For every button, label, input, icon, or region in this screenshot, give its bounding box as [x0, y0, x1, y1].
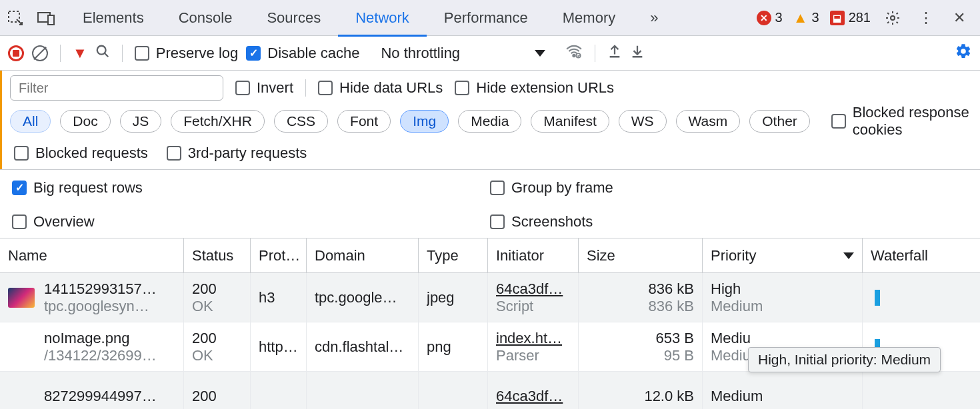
filter-fetch-xhr[interactable]: Fetch/XHR [171, 110, 265, 133]
col-priority[interactable]: Priority [703, 238, 863, 272]
group-by-frame-checkbox[interactable]: Group by frame [490, 179, 613, 197]
tab-sources[interactable]: Sources [249, 0, 338, 36]
table-header: Name Status Prot… Domain Type Initiator … [0, 238, 980, 273]
cell-name: 141152993157…tpc.googlesyn… [0, 273, 184, 322]
col-name[interactable]: Name [0, 238, 184, 272]
cell-type: jpeg [419, 273, 488, 322]
big-rows-checkbox[interactable]: Big request rows [12, 179, 143, 197]
cell-priority: Medium [703, 372, 863, 409]
cell-initiator: 64ca3df… [488, 372, 579, 409]
separator [595, 45, 595, 62]
cell-domain [307, 372, 419, 409]
filter-css[interactable]: CSS [274, 110, 328, 133]
import-har-icon[interactable] [630, 43, 645, 63]
table-row[interactable]: 141152993157…tpc.googlesyn… 200OK h3 tpc… [0, 273, 980, 322]
overview-checkbox[interactable]: Overview [12, 213, 95, 230]
col-waterfall[interactable]: Waterfall [863, 238, 980, 272]
col-size[interactable]: Size [579, 238, 703, 272]
issues-badge[interactable]: ⬓281 [826, 10, 875, 25]
tab-performance[interactable]: Performance [427, 0, 545, 36]
panel-tabs: Elements Console Sources Network Perform… [65, 0, 676, 36]
filter-options-row: Blocked requests 3rd-party requests [0, 137, 980, 169]
invert-checkbox[interactable]: Invert [235, 79, 293, 97]
tab-network[interactable]: Network [338, 0, 427, 36]
filter-js[interactable]: JS [120, 110, 162, 133]
filter-media[interactable]: Media [458, 110, 521, 133]
network-toolbar: ▼ Preserve log Disable cache No throttli… [0, 36, 980, 71]
col-protocol[interactable]: Prot… [251, 238, 307, 272]
tab-memory[interactable]: Memory [545, 0, 633, 36]
blocked-requests-checkbox[interactable]: Blocked requests [14, 145, 148, 162]
cell-status: 200OK [184, 273, 251, 322]
cell-name: 827299944997… [0, 372, 184, 409]
network-conditions-icon[interactable] [565, 43, 583, 64]
col-domain[interactable]: Domain [307, 238, 419, 272]
filter-all[interactable]: All [10, 110, 51, 133]
sort-desc-icon [843, 252, 854, 259]
throttling-select[interactable]: No throttling [367, 45, 473, 62]
cell-protocol [251, 372, 307, 409]
error-badge[interactable]: ✕3 [753, 10, 787, 25]
screenshots-checkbox[interactable]: Screenshots [490, 213, 593, 230]
filter-manifest[interactable]: Manifest [531, 110, 609, 133]
svg-point-5 [573, 54, 575, 56]
separator [305, 79, 306, 97]
warning-badge[interactable]: ▲3 [789, 9, 823, 27]
blocked-cookies-checkbox[interactable]: Blocked response cookies [831, 104, 972, 139]
cell-type: png [419, 322, 488, 371]
filter-doc[interactable]: Doc [60, 110, 110, 133]
tab-console[interactable]: Console [161, 0, 250, 36]
waterfall-bar [875, 290, 880, 306]
cell-size: 12.0 kB [579, 372, 703, 409]
filter-ws[interactable]: WS [619, 110, 667, 133]
clear-icon[interactable] [32, 45, 48, 61]
preserve-log-checkbox[interactable]: Preserve log [135, 45, 239, 62]
cell-protocol: h3 [251, 273, 307, 322]
devtools-tab-bar: Elements Console Sources Network Perform… [0, 0, 980, 36]
table-row[interactable]: 827299944997… 200 64ca3df… 12.0 kB Mediu… [0, 372, 980, 409]
view-options-2: Overview Screenshots [0, 205, 980, 238]
panel-settings-gear-icon[interactable] [955, 43, 972, 64]
svg-rect-2 [48, 15, 54, 25]
cell-status: 200OK [184, 322, 251, 371]
cell-status: 200 [184, 372, 251, 409]
col-type[interactable]: Type [419, 238, 488, 272]
cell-domain: cdn.flashtal… [307, 322, 419, 371]
svg-point-3 [891, 16, 895, 20]
export-har-icon[interactable] [607, 43, 622, 63]
inspect-icon[interactable] [0, 0, 31, 36]
filter-wasm[interactable]: Wasm [676, 110, 741, 133]
cell-priority: HighMedium [703, 273, 863, 322]
priority-tooltip: High, Initial priority: Medium [748, 347, 941, 372]
cell-domain: tpc.google… [307, 273, 419, 322]
chevron-down-icon[interactable] [535, 50, 545, 57]
record-button[interactable] [8, 45, 24, 61]
cell-initiator: index.ht…Parser [488, 322, 579, 371]
cell-waterfall [863, 273, 980, 322]
col-initiator[interactable]: Initiator [488, 238, 579, 272]
hide-ext-urls-checkbox[interactable]: Hide extension URLs [455, 79, 614, 97]
filter-input[interactable] [10, 75, 223, 101]
filter-img[interactable]: Img [400, 110, 449, 133]
cell-waterfall [863, 372, 980, 409]
col-status[interactable]: Status [184, 238, 251, 272]
filter-icon[interactable]: ▼ [73, 45, 87, 62]
request-rows: 141152993157…tpc.googlesyn… 200OK h3 tpc… [0, 273, 980, 409]
thumbnail-icon [8, 288, 35, 308]
search-icon[interactable] [95, 44, 110, 63]
device-toggle-icon[interactable] [31, 0, 61, 36]
cell-size: 653 B95 B [579, 322, 703, 371]
third-party-checkbox[interactable]: 3rd-party requests [167, 145, 307, 162]
hide-data-urls-checkbox[interactable]: Hide data URLs [318, 79, 443, 97]
cell-initiator: 64ca3df…Script [488, 273, 579, 322]
cell-protocol: http… [251, 322, 307, 371]
kebab-icon[interactable]: ⋮ [911, 0, 941, 36]
cell-name: noImage.png/134122/32699… [0, 322, 184, 371]
close-icon[interactable]: ✕ [944, 0, 975, 36]
filter-font[interactable]: Font [337, 110, 391, 133]
gear-icon[interactable] [877, 0, 908, 36]
disable-cache-checkbox[interactable]: Disable cache [246, 45, 359, 62]
tab-elements[interactable]: Elements [65, 0, 161, 36]
more-tabs-icon[interactable]: » [633, 0, 675, 36]
filter-other[interactable]: Other [749, 110, 810, 133]
